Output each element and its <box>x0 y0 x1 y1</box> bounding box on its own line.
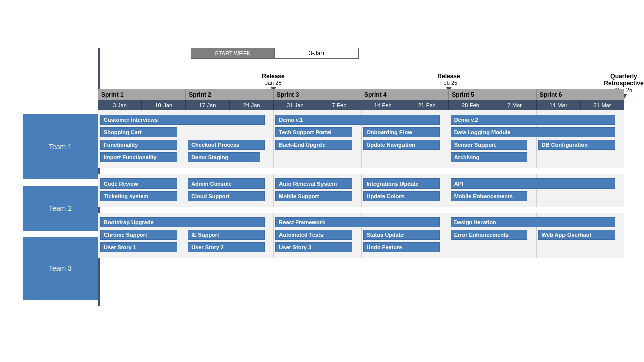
timeline-column: Sprint 1Sprint 2Sprint 3Sprint 4Sprint 5… <box>98 89 624 306</box>
task-bar[interactable]: API <box>451 178 615 189</box>
task-bar[interactable]: Back-End Upgrde <box>275 140 352 150</box>
milestone-title: Release <box>262 73 284 80</box>
task-bar[interactable]: Undo Feature <box>363 242 440 252</box>
task-bar[interactable]: Sensor Support <box>451 140 528 150</box>
roadmap-container: START WEEK 3-Jan ReleaseJan 28ReleaseFeb… <box>23 48 624 306</box>
task-bar[interactable]: Code Review <box>100 178 177 189</box>
sprint-header-cell: Sprint 4 <box>361 89 448 100</box>
task-row: Bootstrap UpgradeReact FrameworkDesign I… <box>98 217 624 228</box>
task-row: User Story 1User Story 2User Story 3Undo… <box>98 242 624 253</box>
task-bar[interactable]: IE Support <box>188 230 265 240</box>
milestone-date: Jan 28 <box>262 80 284 86</box>
task-bar[interactable]: Mobile Support <box>275 191 352 201</box>
task-row: Shopping CartTech Support PortalOnboardi… <box>98 127 624 138</box>
task-bar[interactable]: Bootstrap Upgrade <box>100 217 265 227</box>
task-bar[interactable]: Demo v.1 <box>275 115 440 125</box>
date-header-cell: 31-Jan <box>273 100 317 110</box>
task-bar[interactable]: Integrations Update <box>363 178 440 189</box>
task-bar[interactable]: Functionality <box>100 140 177 150</box>
sprint-header-cell: Sprint 1 <box>98 89 185 100</box>
date-header-cell: 28-Feb <box>448 100 492 110</box>
task-bar[interactable]: Mobile Enhancements <box>451 191 528 201</box>
task-bar[interactable]: Design Iteration <box>451 217 615 227</box>
task-bar[interactable]: Cloud Support <box>188 191 265 201</box>
task-bar[interactable]: Demo Staging <box>188 152 260 162</box>
task-row: Import FunctionalityDemo StagingArchivin… <box>98 152 624 163</box>
milestone-track: ReleaseJan 28ReleaseFeb 25Quarterly Retr… <box>98 73 624 89</box>
swimlane: Code ReviewAdmin ConsoleAuto Renewal Sys… <box>98 174 624 207</box>
date-header-cell: 7-Mar <box>493 100 536 110</box>
task-bar[interactable]: Ticketing system <box>100 191 177 201</box>
task-bar[interactable]: Demo v.2 <box>451 115 615 125</box>
task-bar[interactable]: DB Configuration <box>538 140 615 150</box>
sprint-header-cell: Sprint 6 <box>536 89 624 100</box>
task-bar[interactable]: User Story 1 <box>100 242 177 252</box>
team-label: Team 3 <box>23 237 98 300</box>
start-week-control: START WEEK 3-Jan <box>191 48 624 59</box>
date-header-cell: 21-Mar <box>580 100 624 110</box>
sprint-header-cell: Sprint 2 <box>185 89 273 100</box>
task-bar[interactable]: Web App Overhaul <box>538 230 615 240</box>
sprint-header: Sprint 1Sprint 2Sprint 3Sprint 4Sprint 5… <box>98 89 624 100</box>
team-column: Team 1Team 2Team 3 <box>23 89 98 306</box>
date-header-cell: 14-Feb <box>361 100 405 110</box>
sprint-header-cell: Sprint 5 <box>448 89 536 100</box>
task-bar[interactable]: User Story 2 <box>188 242 265 252</box>
date-header-cell: 7-Feb <box>317 100 361 110</box>
task-row: Code ReviewAdmin ConsoleAuto Renewal Sys… <box>98 178 624 190</box>
milestone-title: Release <box>437 73 460 80</box>
task-bar[interactable]: Data Logging Module <box>451 127 615 137</box>
date-header-cell: 21-Feb <box>405 100 448 110</box>
task-bar[interactable]: User Story 3 <box>275 242 352 252</box>
team-label: Team 1 <box>23 114 98 179</box>
start-week-label: START WEEK <box>191 48 275 59</box>
date-header-cell: 17-Jan <box>185 100 229 110</box>
task-bar[interactable]: Status Update <box>363 230 440 240</box>
date-header-cell: 14-Mar <box>536 100 580 110</box>
task-bar[interactable]: Auto Renewal System <box>275 178 352 189</box>
task-bar[interactable]: Admin Console <box>188 178 265 189</box>
team-label: Team 2 <box>23 186 98 231</box>
task-bar[interactable]: Automated Tests <box>275 230 352 240</box>
task-row: Customer InterviewsDemo v.1Demo v.2 <box>98 115 624 126</box>
milestone-date: Feb 25 <box>437 80 460 86</box>
task-bar[interactable]: Archiving <box>451 152 528 162</box>
chart-area: Team 1Team 2Team 3 Sprint 1Sprint 2Sprin… <box>23 89 624 306</box>
date-header: 3-Jan10-Jan17-Jan24-Jan31-Jan7-Feb14-Feb… <box>98 100 624 110</box>
swimlane: Customer InterviewsDemo v.1Demo v.2Shopp… <box>98 110 624 168</box>
task-bar[interactable]: Shopping Cart <box>100 127 177 137</box>
task-bar[interactable]: Customer Interviews <box>100 115 265 125</box>
date-header-cell: 3-Jan <box>98 100 141 110</box>
swimlane: Bootstrap UpgradeReact FrameworkDesign I… <box>98 213 624 258</box>
task-bar[interactable]: Import Functionality <box>100 152 177 162</box>
task-bar[interactable]: Onboarding Flow <box>363 127 440 137</box>
task-bar[interactable]: Checkout Process <box>188 140 265 150</box>
date-header-cell: 24-Jan <box>229 100 273 110</box>
task-bar[interactable]: React Framework <box>275 217 440 227</box>
task-row: FunctionalityCheckout ProcessBack-End Up… <box>98 140 624 151</box>
swimlanes: Customer InterviewsDemo v.1Demo v.2Shopp… <box>98 110 624 258</box>
task-row: Ticketing systemCloud SupportMobile Supp… <box>98 191 624 202</box>
milestone-title: Quarterly Retrospective <box>604 73 643 87</box>
task-bar[interactable]: Update Navigation <box>363 140 440 150</box>
sprint-header-cell: Sprint 3 <box>273 89 361 100</box>
task-bar[interactable]: Error Enhancements <box>451 230 528 240</box>
task-bar[interactable]: Chrome Support <box>100 230 177 240</box>
start-week-value[interactable]: 3-Jan <box>275 48 359 59</box>
date-header-cell: 10-Jan <box>141 100 185 110</box>
task-bar[interactable]: Update Colors <box>363 191 440 201</box>
task-row: Chrome SupportIE SupportAutomated TestsS… <box>98 230 624 241</box>
task-bar[interactable]: Tech Support Portal <box>275 127 352 137</box>
